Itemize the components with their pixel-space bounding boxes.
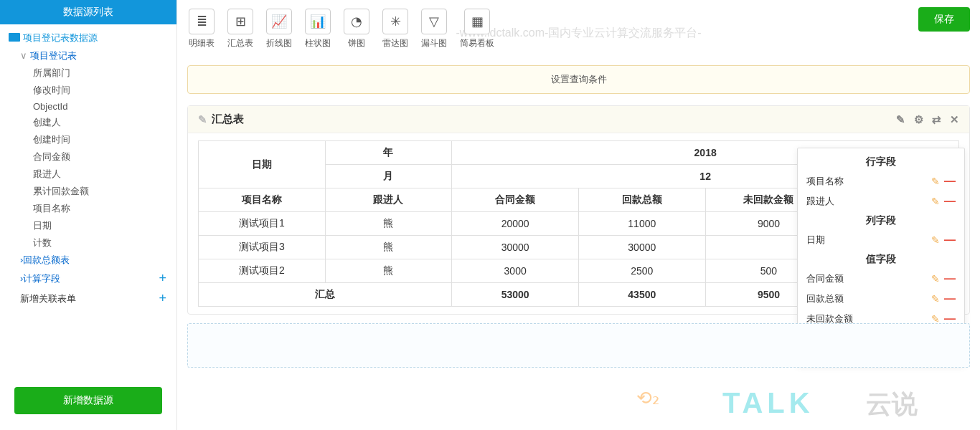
chart-type-icon: ▦: [464, 9, 490, 34]
tree-field-item[interactable]: 日期: [7, 217, 176, 234]
table-cell: 20000: [452, 212, 579, 236]
chart-type-漏斗图[interactable]: ▽漏斗图: [420, 7, 448, 51]
chart-type-雷达图[interactable]: ✳雷达图: [381, 7, 410, 51]
summary-label: 汇总: [199, 283, 452, 307]
tree-node-repayment-table[interactable]: ›回款总额表: [7, 252, 176, 269]
tree3-label: 计算字段: [23, 273, 60, 284]
summary-cell: 43500: [578, 283, 705, 307]
tree-field-item[interactable]: 项目名称: [7, 200, 176, 217]
remove-icon[interactable]: —: [944, 234, 956, 247]
chart-type-label: 柱状图: [305, 37, 331, 49]
plus-icon[interactable]: +: [159, 291, 166, 306]
sidebar: 数据源列表 项目登记表数据源 ∨项目登记表 所属部门修改时间ObjectId创建…: [0, 0, 177, 430]
edit-icon[interactable]: ✎: [198, 113, 207, 126]
field-config-row: 日期✎—: [805, 230, 957, 250]
caret-down-icon: ∨: [20, 50, 27, 61]
panel-header: ✎ 汇总表 ✎ ⚙ ⇄ ✕: [188, 106, 969, 133]
table-column-header: 跟进人: [325, 188, 452, 212]
chart-type-label: 简易看板: [460, 37, 494, 49]
chart-type-icon: 📈: [266, 9, 292, 34]
tree-field-item[interactable]: 合同金额: [7, 148, 176, 166]
new-datasource-button[interactable]: 新增数据源: [14, 387, 162, 414]
table-cell: 30000: [578, 236, 705, 259]
tree2-label: 回款总额表: [23, 254, 70, 265]
field-config-row: 合同金额✎—: [805, 269, 957, 289]
table-column-header: 合同金额: [452, 188, 579, 212]
summary-panel: ✎ 汇总表 ✎ ⚙ ⇄ ✕ 日期 年 2018: [187, 105, 970, 315]
query-label: 设置查询条件: [551, 74, 607, 85]
table-column-header: 回款总额: [578, 188, 705, 212]
col-date: 日期: [199, 141, 326, 188]
panel-title: 汇总表: [212, 113, 244, 126]
edit-icon[interactable]: ✎: [931, 293, 940, 305]
drop-zone[interactable]: [187, 323, 970, 368]
table-cell: 测试项目2: [199, 259, 326, 283]
col-year-label: 年: [325, 141, 452, 165]
table-cell: 熊: [325, 259, 452, 283]
edit-icon[interactable]: ✎: [896, 113, 905, 126]
field-label: 跟进人: [806, 195, 834, 208]
tree-field-item[interactable]: ObjectId: [7, 99, 176, 114]
tree-root[interactable]: 项目登记表数据源: [7, 29, 176, 47]
tree-field-item[interactable]: 计数: [7, 234, 176, 252]
tree-node-project-register[interactable]: ∨项目登记表: [7, 47, 176, 64]
field-config-row: 跟进人✎—: [805, 191, 957, 211]
tree-l1-label: 项目登记表: [30, 50, 77, 61]
root-label: 项目登记表数据源: [23, 32, 98, 43]
swap-icon[interactable]: ⇄: [932, 113, 941, 126]
table-cell: 熊: [325, 212, 452, 236]
remove-icon[interactable]: —: [944, 272, 956, 285]
chart-type-折线图[interactable]: 📈折线图: [265, 7, 293, 51]
sidebar-title: 数据源列表: [0, 0, 176, 24]
row-fields-title: 行字段: [805, 153, 957, 171]
tree-field-item[interactable]: 跟进人: [7, 166, 176, 183]
plus-icon[interactable]: +: [159, 271, 166, 286]
table-cell: 30000: [452, 236, 579, 259]
edit-icon[interactable]: ✎: [931, 234, 940, 246]
field-config-row: 项目名称✎—: [805, 171, 957, 191]
chart-type-label: 雷达图: [382, 37, 408, 49]
gear-icon[interactable]: ⚙: [914, 113, 923, 126]
chart-type-饼图[interactable]: ◔饼图: [342, 7, 371, 51]
watermark-talk: TALK: [722, 387, 814, 419]
add-related-form[interactable]: 新增关联表单+: [7, 288, 176, 309]
remove-icon[interactable]: —: [944, 292, 956, 305]
chart-type-icon: ⊞: [227, 9, 253, 34]
tree-field-item[interactable]: 累计回款金额: [7, 183, 176, 200]
edit-icon[interactable]: ✎: [931, 273, 940, 285]
chart-type-icon: 📊: [305, 9, 331, 34]
col-month-label: 月: [325, 165, 452, 188]
table-cell: 熊: [325, 236, 452, 259]
chart-type-明细表[interactable]: ≣明细表: [187, 7, 216, 51]
col-fields-title: 列字段: [805, 211, 957, 230]
query-condition-bar[interactable]: 设置查询条件: [187, 65, 970, 94]
remove-icon[interactable]: —: [944, 195, 956, 208]
summary-cell: 53000: [452, 283, 579, 307]
main-content: -www.idctalk.com-国内专业云计算交流服务平台- -www.idc…: [177, 0, 980, 430]
watermark-yun: 云说: [866, 387, 918, 422]
chart-type-label: 汇总表: [227, 37, 253, 49]
edit-icon[interactable]: ✎: [931, 176, 940, 187]
table-cell: 测试项目1: [199, 212, 326, 236]
tree-field-item[interactable]: 创建时间: [7, 131, 176, 148]
chart-type-icon: ◔: [344, 9, 369, 34]
tree-node-calc-field[interactable]: ›计算字段+: [7, 269, 176, 288]
chart-type-label: 明细表: [189, 37, 215, 49]
chart-type-简易看板[interactable]: ▦简易看板: [458, 7, 496, 51]
tree-field-item[interactable]: 所属部门: [7, 64, 176, 82]
chart-type-icon: ✳: [382, 9, 408, 34]
edit-icon[interactable]: ✎: [931, 196, 940, 207]
remove-icon[interactable]: —: [944, 175, 956, 188]
table-cell: 2500: [578, 259, 705, 283]
chart-type-toolbar: ≣明细表⊞汇总表📈折线图📊柱状图◔饼图✳雷达图▽漏斗图▦简易看板 保存: [187, 7, 970, 51]
chart-type-icon: ▽: [421, 9, 447, 34]
folder-icon: [9, 33, 20, 42]
tree-field-item[interactable]: 修改时间: [7, 82, 176, 99]
chart-type-柱状图[interactable]: 📊柱状图: [303, 7, 332, 51]
save-button[interactable]: 保存: [918, 7, 970, 32]
close-icon[interactable]: ✕: [950, 113, 959, 126]
chart-type-汇总表[interactable]: ⊞汇总表: [226, 7, 255, 51]
chart-type-icon: ≣: [189, 9, 215, 34]
tree-field-item[interactable]: 创建人: [7, 114, 176, 131]
table-cell: 11000: [578, 212, 705, 236]
